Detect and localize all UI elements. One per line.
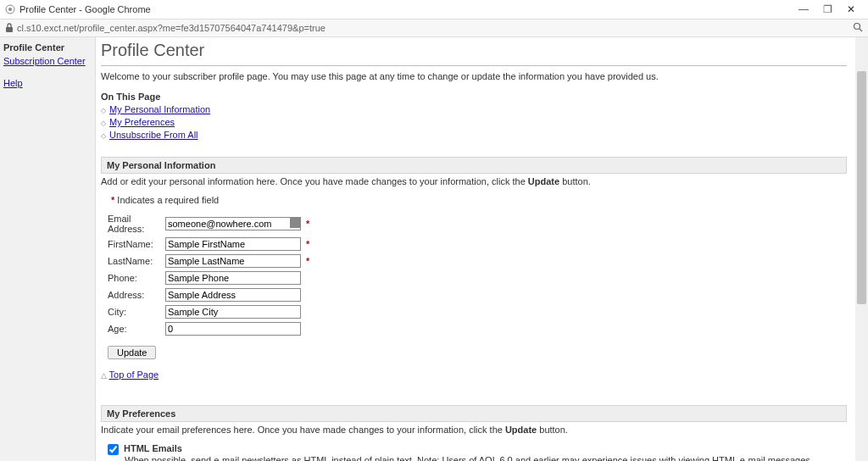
search-icon[interactable] <box>848 22 863 34</box>
lastname-field[interactable] <box>165 254 301 268</box>
window-title: Profile Center - Google Chrome <box>19 4 151 14</box>
label-address: Address: <box>108 286 165 303</box>
window-minimize-button[interactable]: — <box>792 0 815 19</box>
label-city: City: <box>108 303 165 320</box>
page-title: Profile Center <box>101 41 847 60</box>
required-star: * <box>306 236 316 253</box>
window-maximize-button[interactable]: ❐ <box>815 0 839 19</box>
label-lastname: LastName: <box>108 253 165 269</box>
on-this-page: On This Page My Personal Information My … <box>101 92 847 142</box>
input-picker-icon[interactable] <box>290 218 300 228</box>
required-star: * <box>306 212 316 236</box>
scrollbar-thumb[interactable] <box>857 71 866 304</box>
label-email: Email Address: <box>108 212 165 236</box>
intro-text: Welcome to your subscriber profile page.… <box>101 71 847 81</box>
update-button[interactable] <box>108 346 156 359</box>
pref-desc: When possible, send e-mail newsletters a… <box>125 455 847 461</box>
app-icon <box>5 4 15 14</box>
required-note: * Indicates a required field <box>111 195 847 205</box>
sidebar-link-subscription-center[interactable]: Subscription Center <box>3 54 92 68</box>
window-close-button[interactable]: ✕ <box>839 0 863 19</box>
left-sidebar: Profile Center Subscription Center Help <box>0 37 96 461</box>
vertical-scrollbar[interactable] <box>855 37 868 461</box>
otp-link-preferences[interactable]: My Preferences <box>109 117 175 127</box>
section-header-preferences: My Preferences <box>101 405 847 422</box>
email-field[interactable] <box>165 217 301 230</box>
personal-info-form: Email Address: * FirstName: * LastName: … <box>108 212 316 337</box>
label-firstname: FirstName: <box>108 236 165 253</box>
otp-link-personal-info[interactable]: My Personal Information <box>109 104 210 114</box>
sidebar-title: Profile Center <box>3 41 92 54</box>
phone-field[interactable] <box>165 271 301 285</box>
label-phone: Phone: <box>108 269 165 286</box>
svg-point-1 <box>8 8 12 11</box>
url-text: cl.s10.exct.net/profile_center.aspx?me=f… <box>17 23 848 33</box>
pref-html-emails: HTML Emails When possible, send e-mail n… <box>108 443 847 461</box>
svg-point-3 <box>854 24 860 30</box>
lock-icon <box>5 23 14 33</box>
svg-line-4 <box>860 29 862 31</box>
age-field[interactable] <box>165 322 301 336</box>
address-field[interactable] <box>165 288 301 302</box>
section-header-personal-info: My Personal Information <box>101 157 847 174</box>
section-sub-preferences: Indicate your email preferences here. On… <box>101 425 847 435</box>
sidebar-link-help[interactable]: Help <box>3 76 92 90</box>
on-this-page-title: On This Page <box>101 92 847 102</box>
svg-rect-2 <box>6 27 13 32</box>
firstname-field[interactable] <box>165 237 301 251</box>
section-sub-personal-info: Add or edit your personal information he… <box>101 176 847 186</box>
window-titlebar: Profile Center - Google Chrome — ❐ ✕ <box>0 0 868 19</box>
label-age: Age: <box>108 320 165 337</box>
city-field[interactable] <box>165 305 301 319</box>
divider <box>101 65 847 66</box>
main-content: Profile Center Welcome to your subscribe… <box>96 37 868 461</box>
top-of-page-link[interactable]: Top of Page <box>109 369 159 380</box>
browser-address-bar[interactable]: cl.s10.exct.net/profile_center.aspx?me=f… <box>0 19 868 37</box>
required-star: * <box>306 253 316 269</box>
otp-link-unsubscribe[interactable]: Unsubscribe From All <box>109 130 198 140</box>
checkbox-html-emails[interactable] <box>108 444 119 455</box>
